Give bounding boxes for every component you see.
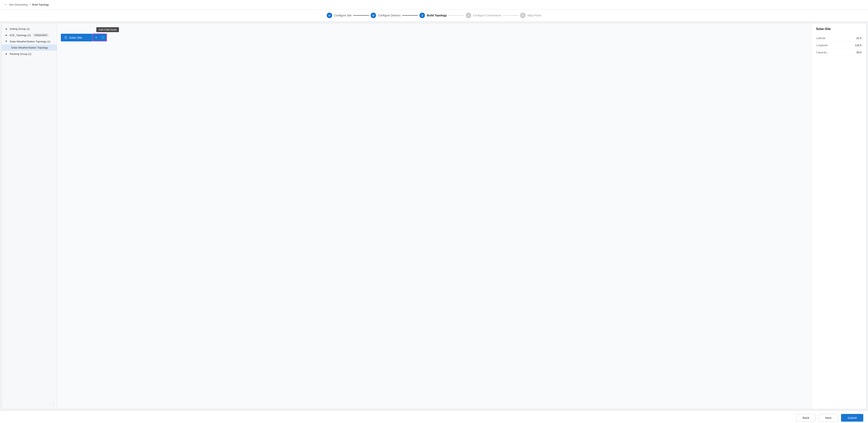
tree-item-solar-weatherstation-child[interactable]: Solar-WeatherStation Topology bbox=[2, 45, 57, 51]
chevron-solar-weatherstation: ▶ bbox=[5, 40, 8, 43]
property-value-latitude: 22.5 bbox=[857, 37, 862, 40]
connector-4 bbox=[503, 15, 519, 16]
tree-item-solar-weatherstation[interactable]: ▶ Solar-WeatherStation Topology (1) bbox=[2, 38, 57, 45]
property-label-latitude: Latitude bbox=[816, 37, 826, 40]
node-label: Solar-Site bbox=[69, 36, 82, 39]
chevron-e2e-topology: ▶ bbox=[5, 33, 8, 37]
node-container: ☷ Solar-Site + □ bbox=[61, 33, 107, 41]
tree-label-soiling-group: Soiling Group (1) bbox=[10, 27, 30, 30]
next-button[interactable]: Next bbox=[819, 414, 838, 422]
step-build-topology: 3 Build Topology bbox=[420, 12, 447, 18]
tree-label-solar-weatherstation: Solar-WeatherStation Topology (1) bbox=[10, 40, 51, 43]
step-label-configure-devices: Configure Devices bbox=[378, 14, 401, 17]
connector-1 bbox=[353, 15, 369, 16]
property-capacity: Capacity... 30.0 bbox=[816, 49, 862, 56]
breadcrumb-separator: > bbox=[29, 3, 31, 6]
property-value-longitude: 116.5 bbox=[855, 44, 862, 47]
tree-item-e2e-topology[interactable]: ▶ E2E_Topology (2) Independent bbox=[2, 32, 57, 38]
chevron-soiling-group: ▶ bbox=[5, 27, 8, 30]
step-icon-map-points: 5 bbox=[520, 12, 526, 18]
step-configure-connections: 4 Configure Connections bbox=[466, 12, 501, 18]
step-icon-configure-site bbox=[327, 12, 332, 18]
breadcrumb-parent: Site Onboarding bbox=[9, 3, 28, 6]
property-value-capacity: 30.0 bbox=[857, 51, 862, 54]
connector-3 bbox=[448, 15, 464, 16]
left-panel-tree: ▶ Soiling Group (1) ▶ E2E_Topology (2) I… bbox=[2, 23, 57, 409]
tree-label-e2e-topology: E2E_Topology (2) bbox=[10, 34, 31, 37]
back-arrow-button[interactable]: ← bbox=[4, 3, 7, 7]
step-icon-build-topology: 3 bbox=[420, 12, 425, 18]
drag-handle[interactable]: ⋮⋮ bbox=[48, 401, 55, 406]
step-map-points: 5 Map Points bbox=[520, 12, 541, 18]
chevron-racking-group: ▶ bbox=[5, 52, 8, 55]
stepper: Configure Site Configure Devices 3 Build… bbox=[0, 9, 868, 22]
tree-label-solar-weatherstation-child: Solar-WeatherStation Topology bbox=[11, 46, 48, 49]
step-configure-devices: Configure Devices bbox=[371, 12, 401, 18]
property-latitude: Latitude 22.5 bbox=[816, 35, 862, 42]
property-label-capacity: Capacity... bbox=[816, 51, 829, 54]
step-icon-configure-connections: 4 bbox=[466, 12, 471, 18]
node-icon: ☷ bbox=[64, 36, 67, 39]
node-actions: + □ bbox=[92, 33, 107, 41]
tree-item-soiling-group[interactable]: ▶ Soiling Group (1) bbox=[2, 26, 57, 32]
step-label-configure-site: Configure Site bbox=[334, 14, 352, 17]
properties-title: Solar-Site bbox=[816, 27, 862, 31]
right-panel-properties: Solar-Site Latitude 22.5 Longitude 116.5… bbox=[811, 23, 866, 409]
step-label-configure-connections: Configure Connections bbox=[473, 14, 501, 17]
center-canvas: Add Child Node ☷ Solar-Site + □ bbox=[57, 23, 811, 409]
submit-button[interactable]: Submit bbox=[841, 414, 863, 422]
breadcrumb-current: Build Topology bbox=[32, 3, 49, 6]
tree-label-racking-group: Racking Group (1) bbox=[10, 53, 31, 55]
top-bar: ← Site Onboarding > Build Topology bbox=[0, 0, 868, 9]
property-longitude: Longitude 116.5 bbox=[816, 42, 862, 49]
footer: Back Next Submit bbox=[0, 411, 868, 423]
main-content: ▶ Soiling Group (1) ▶ E2E_Topology (2) I… bbox=[2, 23, 866, 409]
step-label-map-points: Map Points bbox=[528, 14, 541, 17]
step-label-build-topology: Build Topology bbox=[427, 14, 447, 17]
tree-item-racking-group[interactable]: ▶ Racking Group (1) bbox=[2, 51, 57, 57]
step-configure-site: Configure Site bbox=[327, 12, 352, 18]
solar-site-node[interactable]: ☷ Solar-Site bbox=[61, 34, 92, 41]
add-child-node-tooltip: Add Child Node bbox=[96, 27, 119, 32]
step-icon-configure-devices bbox=[371, 12, 376, 18]
node-settings-button[interactable]: □ bbox=[99, 34, 106, 41]
independent-badge: Independent bbox=[33, 33, 48, 37]
back-button[interactable]: Back bbox=[796, 414, 816, 422]
add-child-node-button[interactable]: + bbox=[93, 34, 99, 41]
connector-2 bbox=[402, 15, 418, 16]
property-label-longitude: Longitude bbox=[816, 44, 828, 47]
